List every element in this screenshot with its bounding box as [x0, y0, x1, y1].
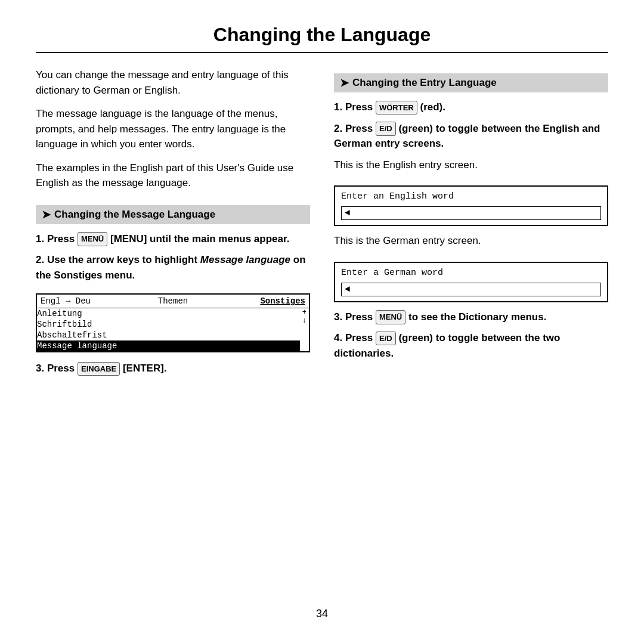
english-screen-input: ◄ [341, 206, 601, 220]
menu-items-row: Anleitung Schriftbild Abschaltefrist Mes… [37, 308, 309, 351]
entry-step1: 1. Press WÖRTER (red). [334, 100, 608, 115]
entry-step3: 3. Press MENÜ to see the Dictionary menu… [334, 309, 608, 325]
msg-step1-rest: [MENU] until the main menus appear. [110, 233, 289, 244]
left-column: You can change the message and entry lan… [36, 67, 310, 602]
msg-step2-text: Use the arrow keys to highlight [47, 254, 197, 265]
title-divider [36, 52, 608, 53]
menu-item-schriftbild: Schriftbild [37, 319, 300, 330]
right-column: ➤ Changing the Entry Language 1. Press W… [334, 67, 608, 602]
german-cursor: ◄ [345, 284, 350, 295]
entry-step2-pre: Press [345, 123, 373, 134]
msg-step2: 2. Use the arrow keys to highlight Messa… [36, 252, 310, 283]
menu-key-button2[interactable]: MENÜ [376, 310, 405, 324]
german-screen: Enter a German word ◄ [334, 262, 608, 302]
menu-col1-label: Engl → Deu [41, 296, 129, 306]
msg-step1: 1. Press MENÜ [MENU] until the main menu… [36, 231, 310, 247]
intro-para2: The message language is the language of … [36, 106, 310, 152]
english-cursor: ◄ [345, 208, 350, 218]
entry-step1-press: Press [345, 101, 373, 113]
menu-col2-label: Themen [129, 296, 217, 306]
msg-step3: 3. Press EINGABE [ENTER]. [36, 361, 310, 376]
menu-key-button[interactable]: MENÜ [78, 232, 107, 246]
scroll-up-icon: + [302, 308, 306, 317]
intro-para3: The examples in the English part of this… [36, 160, 310, 191]
two-column-layout: You can change the message and entry lan… [36, 67, 608, 602]
intro-para1: You can change the message and entry lan… [36, 67, 310, 98]
german-screen-caption: This is the German entry screen. [334, 233, 608, 249]
english-screen-caption: This is the English entry screen. [334, 157, 608, 173]
menu-items-list: Anleitung Schriftbild Abschaltefrist Mes… [37, 308, 300, 351]
msg-step1-press-label: Press [47, 233, 75, 244]
entry-step4-pre: Press [345, 332, 373, 343]
menu-item-abschaltefrist: Abschaltefrist [37, 330, 300, 340]
section-arrow-icon: ➤ [42, 208, 51, 221]
page-title: Changing the Language [36, 24, 608, 46]
page-number: 34 [36, 608, 608, 620]
scroll-down-icon: ↓ [302, 317, 306, 325]
entry-language-section-header: ➤ Changing the Entry Language [334, 73, 608, 92]
msg-step3-press: Press [47, 363, 75, 374]
message-language-section-title: Changing the Message Language [54, 209, 215, 221]
menu-header-row: Engl → Deu Themen Sonstiges [37, 295, 309, 308]
menu-screen: Engl → Deu Themen Sonstiges Anleitung Sc… [36, 293, 310, 352]
entry-step3-pre: Press [345, 311, 373, 323]
scroll-arrows: + ↓ [300, 308, 309, 325]
msg-step3-label: [ENTER]. [123, 363, 167, 374]
german-screen-input: ◄ [341, 283, 601, 296]
ed-key-button1[interactable]: E/D [376, 122, 396, 136]
german-screen-prompt: Enter a German word [341, 268, 601, 278]
menu-item-anleitung: Anleitung [37, 308, 300, 319]
message-language-section-header: ➤ Changing the Message Language [36, 205, 310, 224]
msg-step2-italic: Message language [200, 254, 290, 265]
section-arrow2-icon: ➤ [340, 76, 349, 89]
entry-step4: 4. Press E/D (green) to toggle between t… [334, 330, 608, 361]
worter-key-button[interactable]: WÖRTER [376, 101, 417, 115]
entry-language-section-title: Changing the Entry Language [352, 77, 497, 89]
entry-step3-label: to see the Dictionary menus. [408, 311, 546, 323]
entry-step2-label: (green) to toggle between the English an… [334, 123, 600, 150]
page: Changing the Language You can change the… [0, 0, 644, 644]
english-screen-prompt: Enter an English word [341, 191, 601, 202]
entry-step1-label: (red). [420, 101, 445, 113]
menu-col3-label: Sonstiges [217, 296, 305, 306]
menu-item-message-language[interactable]: Message language [37, 340, 300, 351]
english-screen: Enter an English word ◄ [334, 185, 608, 226]
enter-key-button[interactable]: EINGABE [78, 362, 120, 376]
entry-step2: 2. Press E/D (green) to toggle between t… [334, 121, 608, 151]
ed-key-button2[interactable]: E/D [376, 332, 396, 346]
